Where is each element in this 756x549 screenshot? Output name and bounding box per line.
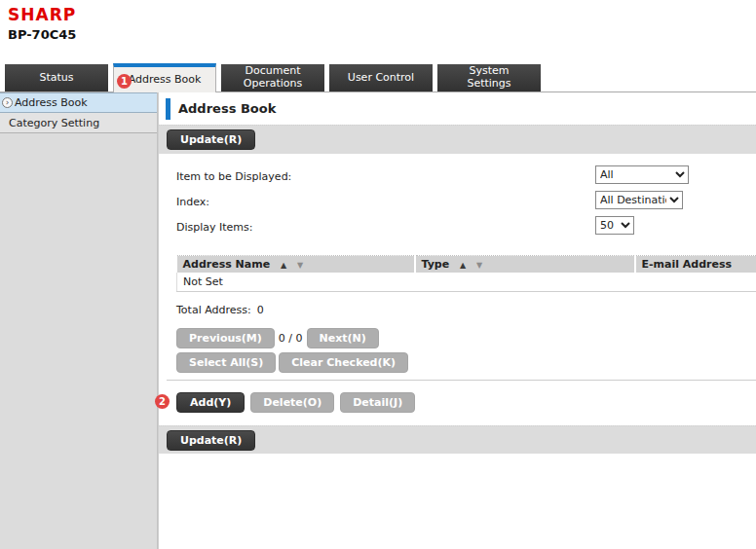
top-toolbar: Update(R)	[159, 125, 756, 154]
cell-address-name: Not Set	[177, 273, 415, 292]
sidebar-item-category-setting[interactable]: Category Setting	[0, 113, 157, 133]
display-items-label: Display Items:	[176, 221, 253, 234]
total-address-value: 0	[257, 304, 264, 316]
page-title-row: Address Book	[159, 92, 756, 125]
tab-address-book[interactable]: 1 Address Book	[113, 63, 216, 92]
filter-section: Item to be Displayed: All Index: All Des…	[159, 154, 756, 239]
page-title: Address Book	[178, 101, 276, 116]
selection-row: Select All(S) Clear Checked(K)	[176, 352, 756, 373]
filter-row-index: Index: All Destinations	[176, 189, 756, 214]
total-address-row: Total Address:0	[176, 304, 756, 316]
title-accent-bar	[166, 98, 170, 120]
cell-type	[415, 273, 635, 292]
tab-system-settings[interactable]: System Settings	[437, 64, 541, 92]
select-all-button[interactable]: Select All(S)	[176, 352, 276, 373]
sort-descending-icon[interactable]: ▼	[476, 261, 482, 270]
sort-descending-icon[interactable]: ▼	[297, 261, 303, 270]
sort-ascending-icon[interactable]: ▲	[460, 261, 466, 270]
next-button[interactable]: Next(N)	[307, 328, 379, 348]
step-1-badge: 1	[117, 74, 132, 89]
add-button[interactable]: Add(Y)	[176, 392, 245, 413]
page-counter: 0 / 0	[279, 332, 303, 345]
delete-button[interactable]: Delete(O)	[250, 392, 334, 413]
tab-user-control[interactable]: User Control	[329, 64, 433, 92]
detail-button[interactable]: Detail(J)	[340, 392, 415, 413]
filter-row-display-items: Display Items: 50	[176, 214, 756, 239]
section-divider	[167, 380, 756, 381]
tab-status[interactable]: Status	[5, 64, 108, 92]
step-2-badge: 2	[155, 394, 170, 409]
update-button-bottom[interactable]: Update(R)	[167, 430, 255, 451]
actions-row: 2 Add(Y) Delete(O) Detail(J)	[176, 392, 756, 413]
item-displayed-select[interactable]: All	[595, 165, 689, 184]
index-select[interactable]: All Destinations	[595, 191, 683, 209]
column-header-address-name: Address Name ▲ ▼	[177, 256, 415, 274]
item-displayed-label: Item to be Displayed:	[176, 170, 291, 183]
tab-document-operations[interactable]: Document Operations	[221, 64, 324, 92]
sidebar-item-address-book-label: Address Book	[15, 96, 88, 109]
previous-button[interactable]: Previous(M)	[176, 328, 275, 348]
sidebar: › Address Book Category Setting	[0, 92, 158, 549]
top-tab-bar: Status 1 Address Book Document Operation…	[0, 60, 756, 92]
display-items-select[interactable]: 50	[595, 216, 634, 235]
update-button-top[interactable]: Update(R)	[167, 129, 255, 150]
sharp-logo: SHARP	[8, 5, 76, 24]
cell-email	[635, 273, 756, 292]
chevron-right-circle-icon: ›	[2, 97, 13, 108]
clear-checked-button[interactable]: Clear Checked(K)	[279, 352, 408, 373]
index-label: Index:	[176, 196, 209, 208]
main-content: Address Book Update(R) Item to be Displa…	[158, 92, 756, 549]
address-table-header-row: Address Name ▲ ▼ Type ▲ ▼ E-mail Address	[177, 256, 756, 274]
page-header: SHARP BP-70C45	[0, 0, 756, 60]
device-model: BP-70C45	[8, 27, 76, 42]
table-row[interactable]: Not Set	[177, 273, 756, 292]
sort-ascending-icon[interactable]: ▲	[281, 261, 286, 270]
tab-address-book-label: Address Book	[129, 74, 202, 87]
filter-row-item-displayed: Item to be Displayed: All	[176, 164, 756, 189]
column-header-email: E-mail Address	[635, 256, 756, 274]
column-header-type: Type ▲ ▼	[415, 256, 635, 274]
pagination-row: Previous(M) 0 / 0 Next(N)	[176, 328, 756, 348]
address-table: Address Name ▲ ▼ Type ▲ ▼ E-mail Address…	[176, 255, 756, 292]
total-address-label: Total Address:	[176, 304, 251, 316]
sidebar-item-address-book[interactable]: › Address Book	[0, 92, 157, 113]
bottom-toolbar: Update(R)	[159, 425, 756, 454]
sidebar-item-category-setting-label: Category Setting	[9, 117, 99, 129]
